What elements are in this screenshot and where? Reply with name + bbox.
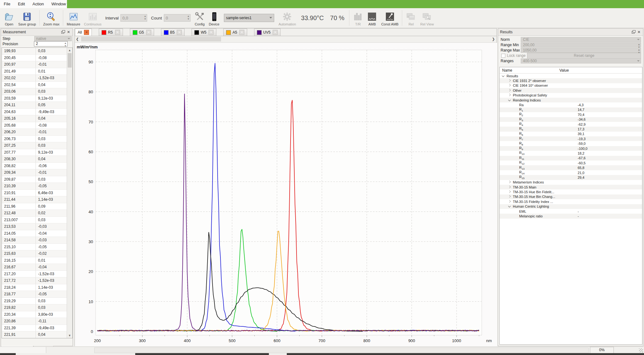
tree-leaf-row[interactable]: R12-60,5 bbox=[500, 161, 642, 165]
chevron-down-icon[interactable] bbox=[508, 205, 511, 208]
resize-grip[interactable] bbox=[639, 348, 643, 352]
open-button[interactable]: Open bbox=[2, 9, 16, 27]
table-row[interactable]: 218,77-0,05 bbox=[2, 291, 72, 298]
zoom-max-button[interactable]: Zoom max bbox=[41, 9, 61, 27]
tree-leaf-row[interactable]: R8-59,0 bbox=[500, 141, 642, 146]
table-row[interactable]: 202,02-1,52e-03 bbox=[2, 75, 72, 82]
precision-stepper[interactable]: 2▲▼ bbox=[34, 41, 68, 46]
table-row[interactable]: 203,599,12e-03 bbox=[2, 95, 72, 102]
close-icon[interactable]: ✕ bbox=[84, 30, 89, 35]
table-row[interactable]: 220,86-0,11 bbox=[2, 318, 72, 325]
chevron-down-icon[interactable] bbox=[502, 74, 505, 78]
table-row[interactable]: 211,441,14e-03 bbox=[2, 196, 72, 203]
tree-leaf-row[interactable]: R1421,0 bbox=[500, 170, 642, 175]
table-row[interactable]: 218,241,14e-03 bbox=[2, 284, 72, 291]
spinner-arrows-icon[interactable]: ▲▼ bbox=[144, 15, 146, 20]
table-row[interactable]: 206,20-0,01 bbox=[2, 129, 72, 136]
spinner-arrows-icon[interactable]: ▲▼ bbox=[64, 42, 67, 47]
tree-group-row[interactable]: Other bbox=[500, 88, 642, 93]
tree-leaf-row[interactable]: R11-67,6 bbox=[500, 156, 642, 161]
norm-select[interactable]: CIE bbox=[521, 37, 641, 42]
tabstrip-scroll-thumb[interactable] bbox=[81, 37, 221, 41]
table-row[interactable]: 219,290,03 bbox=[2, 298, 72, 305]
table-row[interactable]: 212,480,02 bbox=[2, 210, 72, 217]
series-combo[interactable]: sample-series1 bbox=[224, 14, 274, 22]
save-group-button[interactable]: Save group bbox=[16, 9, 38, 27]
tree-leaf-row[interactable]: R1529,4 bbox=[500, 175, 642, 180]
close-icon[interactable]: ✕ bbox=[208, 30, 214, 35]
table-row[interactable]: 221,910,04 bbox=[2, 331, 72, 338]
series-tab-b5[interactable]: B5✕ bbox=[161, 29, 185, 36]
chevron-right-icon[interactable] bbox=[508, 186, 511, 189]
menu-item-window[interactable]: Window bbox=[48, 0, 70, 6]
spectrum-chart[interactable]: mW/m²/nm01020304050607080902003004005006… bbox=[75, 43, 497, 346]
reset-range-button[interactable]: Reset range bbox=[527, 53, 641, 59]
tree-group-row[interactable]: Photobiological Safety bbox=[500, 93, 642, 98]
table-row[interactable]: 216,67-0,04 bbox=[2, 264, 72, 271]
chevron-right-icon[interactable] bbox=[508, 84, 511, 87]
close-icon[interactable]: ✕ bbox=[273, 30, 278, 35]
tree-group-row[interactable]: TM-30-15 Fidelity Index ... bbox=[500, 199, 642, 204]
table-row[interactable]: 203,060,03 bbox=[2, 88, 72, 95]
table-row[interactable]: 214,58-0,03 bbox=[2, 237, 72, 244]
measure-button[interactable]: Measure bbox=[65, 9, 82, 27]
table-row[interactable]: 210,916,46e-03 bbox=[2, 190, 72, 197]
interval-input[interactable]: 0,0▲▼ bbox=[120, 14, 147, 22]
close-icon[interactable]: ✕ bbox=[146, 30, 151, 35]
tree-leaf-row[interactable]: EML- bbox=[500, 209, 642, 214]
device-button[interactable]: Device bbox=[207, 9, 221, 27]
close-icon[interactable]: ✕ bbox=[115, 30, 120, 35]
table-row[interactable]: 209,870,03 bbox=[2, 176, 72, 183]
table-row[interactable]: 207,250,03 bbox=[2, 142, 72, 149]
table-row[interactable]: 201,490,01 bbox=[2, 68, 72, 75]
scrollbar-thumb[interactable] bbox=[68, 53, 72, 68]
menu-item-action[interactable]: Action bbox=[29, 0, 47, 6]
tree-group-row[interactable]: TM-30-15 Hue Bin Fidelit... bbox=[500, 189, 642, 194]
lock-range-checkbox[interactable] bbox=[501, 54, 505, 58]
range-min-input[interactable]: 200,00▲▼ bbox=[521, 42, 641, 47]
step-select[interactable]: native bbox=[34, 36, 72, 41]
chevron-right-icon[interactable] bbox=[508, 94, 511, 97]
menu-item-edit[interactable]: Edit bbox=[14, 0, 29, 6]
tree-leaf-row[interactable]: Ra-4,3 bbox=[500, 102, 642, 107]
spinner-arrows-icon[interactable]: ▲▼ bbox=[187, 15, 190, 20]
table-row[interactable]: 214,05-0,04 bbox=[2, 230, 72, 237]
tree-group-row[interactable]: CIE 1964 10° observer bbox=[500, 83, 642, 88]
menu-item-file[interactable]: File bbox=[0, 0, 14, 6]
float-panel-icon[interactable] bbox=[631, 30, 636, 34]
tree-group-row[interactable]: Metamerism Indices bbox=[500, 180, 642, 185]
measurement-scrollbar[interactable]: ▲ ▼ bbox=[67, 48, 72, 338]
tree-group-row[interactable]: CIE 1931 2° observer bbox=[500, 78, 642, 83]
close-icon[interactable]: ✕ bbox=[239, 30, 244, 35]
close-icon[interactable]: ✕ bbox=[177, 30, 182, 35]
spinner-arrows-icon[interactable]: ▲▼ bbox=[638, 48, 640, 54]
chevron-right-icon[interactable] bbox=[508, 181, 511, 184]
tree-leaf-row[interactable]: R1018,2 bbox=[500, 151, 642, 156]
chevron-right-icon[interactable] bbox=[508, 195, 511, 198]
tree-leaf-row[interactable]: R114,7 bbox=[500, 107, 642, 112]
tree-leaf-row[interactable]: Melanopic ratio- bbox=[500, 214, 642, 218]
table-row[interactable]: 209,34-0,01 bbox=[2, 169, 72, 176]
range-max-input[interactable]: 1050,00▲▼ bbox=[521, 48, 641, 53]
tree-leaf-row[interactable]: R270,4 bbox=[500, 112, 642, 117]
table-row[interactable]: 217,20-1,52e-03 bbox=[2, 271, 72, 278]
table-row[interactable]: 208,300,04 bbox=[2, 156, 72, 163]
close-panel-icon[interactable]: ✕ bbox=[66, 30, 71, 34]
table-row[interactable]: 200,97-0,01 bbox=[2, 61, 72, 68]
amb-button[interactable]: AMB bbox=[365, 9, 379, 27]
close-panel-icon[interactable]: ✕ bbox=[637, 30, 641, 34]
table-row[interactable]: 205,160,04 bbox=[2, 115, 72, 122]
table-row[interactable]: 208,82-0,06 bbox=[2, 163, 72, 170]
table-row[interactable]: 205,68-0,08 bbox=[2, 122, 72, 129]
chevron-right-icon[interactable] bbox=[508, 190, 511, 194]
table-row[interactable]: 204,63-9,49e-03 bbox=[2, 109, 72, 116]
tree-leaf-row[interactable]: R639,1 bbox=[500, 132, 642, 136]
tree-leaf-row[interactable]: R1365,8 bbox=[500, 165, 642, 170]
series-tab-g5[interactable]: G5✕ bbox=[130, 29, 154, 36]
table-row[interactable]: 221,39-9,49e-03 bbox=[2, 325, 72, 332]
tree-leaf-row[interactable]: R9-100,0 bbox=[500, 146, 642, 151]
const-amb-button[interactable]: Const AMB bbox=[379, 9, 400, 27]
scroll-left-icon[interactable]: ❮ bbox=[75, 36, 80, 42]
float-panel-icon[interactable] bbox=[61, 30, 65, 34]
tree-leaf-row[interactable]: R517,3 bbox=[500, 127, 642, 131]
